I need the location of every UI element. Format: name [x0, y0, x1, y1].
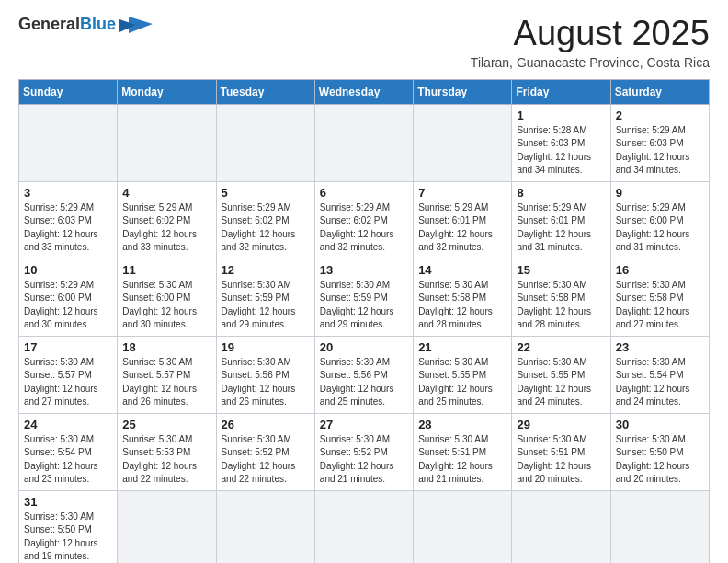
- calendar-title-area: August 2025 Tilaran, Guanacaste Province…: [471, 15, 710, 70]
- calendar-cell: [118, 490, 216, 563]
- calendar-cell: 5Sunrise: 5:29 AM Sunset: 6:02 PM Daylig…: [216, 181, 314, 259]
- day-info: Sunrise: 5:30 AM Sunset: 5:50 PM Dayligh…: [616, 433, 704, 487]
- day-info: Sunrise: 5:29 AM Sunset: 6:02 PM Dayligh…: [222, 201, 310, 255]
- calendar-cell: 15Sunrise: 5:30 AM Sunset: 5:58 PM Dayli…: [512, 259, 610, 336]
- day-info: Sunrise: 5:29 AM Sunset: 6:02 PM Dayligh…: [122, 201, 210, 255]
- calendar-cell: [118, 104, 216, 181]
- day-number: 30: [616, 418, 704, 431]
- day-number: 25: [122, 418, 210, 431]
- day-info: Sunrise: 5:30 AM Sunset: 5:57 PM Dayligh…: [24, 356, 112, 409]
- day-number: 22: [517, 340, 605, 354]
- calendar-title: August 2025: [471, 15, 710, 53]
- weekday-header: Saturday: [610, 79, 709, 104]
- calendar-cell: 21Sunrise: 5:30 AM Sunset: 5:55 PM Dayli…: [414, 336, 512, 413]
- calendar-cell: [216, 490, 314, 563]
- calendar-cell: 23Sunrise: 5:30 AM Sunset: 5:54 PM Dayli…: [610, 336, 709, 413]
- calendar-cell: 7Sunrise: 5:29 AM Sunset: 6:01 PM Daylig…: [414, 181, 512, 259]
- calendar-cell: 22Sunrise: 5:30 AM Sunset: 5:55 PM Dayli…: [512, 336, 610, 413]
- day-info: Sunrise: 5:30 AM Sunset: 5:57 PM Dayligh…: [122, 356, 210, 409]
- calendar-cell: 3Sunrise: 5:29 AM Sunset: 6:03 PM Daylig…: [19, 181, 118, 259]
- calendar-cell: [414, 490, 512, 563]
- logo: GeneralBlue: [18, 15, 153, 35]
- calendar-cell: 18Sunrise: 5:30 AM Sunset: 5:57 PM Dayli…: [118, 336, 216, 413]
- calendar-cell: 30Sunrise: 5:30 AM Sunset: 5:50 PM Dayli…: [610, 413, 709, 490]
- day-number: 2: [616, 109, 704, 122]
- calendar-cell: 25Sunrise: 5:30 AM Sunset: 5:53 PM Dayli…: [118, 413, 216, 490]
- day-info: Sunrise: 5:28 AM Sunset: 6:03 PM Dayligh…: [517, 124, 605, 178]
- day-number: 8: [517, 186, 605, 200]
- day-number: 10: [24, 263, 112, 277]
- calendar-cell: [216, 104, 314, 181]
- calendar-cell: 11Sunrise: 5:30 AM Sunset: 6:00 PM Dayli…: [118, 259, 216, 336]
- day-info: Sunrise: 5:30 AM Sunset: 5:58 PM Dayligh…: [418, 279, 506, 332]
- calendar-cell: 14Sunrise: 5:30 AM Sunset: 5:58 PM Dayli…: [414, 259, 512, 336]
- day-number: 13: [320, 263, 408, 277]
- calendar-cell: 12Sunrise: 5:30 AM Sunset: 5:59 PM Dayli…: [216, 259, 314, 336]
- calendar-cell: 24Sunrise: 5:30 AM Sunset: 5:54 PM Dayli…: [19, 413, 118, 490]
- day-number: 6: [320, 186, 408, 200]
- calendar-cell: 9Sunrise: 5:29 AM Sunset: 6:00 PM Daylig…: [610, 181, 709, 259]
- calendar-cell: 29Sunrise: 5:30 AM Sunset: 5:51 PM Dayli…: [512, 413, 610, 490]
- calendar-cell: 17Sunrise: 5:30 AM Sunset: 5:57 PM Dayli…: [19, 336, 118, 413]
- day-info: Sunrise: 5:30 AM Sunset: 5:58 PM Dayligh…: [517, 279, 605, 332]
- calendar-cell: 27Sunrise: 5:30 AM Sunset: 5:52 PM Dayli…: [314, 413, 413, 490]
- day-info: Sunrise: 5:29 AM Sunset: 6:03 PM Dayligh…: [24, 201, 112, 255]
- calendar-cell: [314, 490, 413, 563]
- calendar-cell: 4Sunrise: 5:29 AM Sunset: 6:02 PM Daylig…: [118, 181, 216, 259]
- day-info: Sunrise: 5:30 AM Sunset: 5:51 PM Dayligh…: [517, 433, 605, 487]
- day-info: Sunrise: 5:30 AM Sunset: 5:52 PM Dayligh…: [320, 433, 408, 487]
- calendar-cell: 2Sunrise: 5:29 AM Sunset: 6:03 PM Daylig…: [610, 104, 709, 181]
- day-number: 28: [418, 418, 506, 431]
- day-info: Sunrise: 5:29 AM Sunset: 6:02 PM Dayligh…: [320, 201, 408, 255]
- day-info: Sunrise: 5:30 AM Sunset: 5:54 PM Dayligh…: [24, 433, 112, 487]
- calendar-cell: [512, 490, 610, 563]
- day-info: Sunrise: 5:30 AM Sunset: 6:00 PM Dayligh…: [122, 279, 210, 332]
- calendar-cell: 1Sunrise: 5:28 AM Sunset: 6:03 PM Daylig…: [512, 104, 610, 181]
- calendar-cell: 26Sunrise: 5:30 AM Sunset: 5:52 PM Dayli…: [216, 413, 314, 490]
- day-info: Sunrise: 5:29 AM Sunset: 6:00 PM Dayligh…: [24, 279, 112, 332]
- calendar-table: SundayMondayTuesdayWednesdayThursdayFrid…: [18, 79, 710, 563]
- calendar-cell: 19Sunrise: 5:30 AM Sunset: 5:56 PM Dayli…: [216, 336, 314, 413]
- day-info: Sunrise: 5:30 AM Sunset: 5:52 PM Dayligh…: [222, 433, 310, 487]
- day-info: Sunrise: 5:30 AM Sunset: 5:50 PM Dayligh…: [24, 511, 112, 563]
- day-number: 29: [517, 418, 605, 431]
- weekday-header: Wednesday: [314, 79, 413, 104]
- calendar-cell: 8Sunrise: 5:29 AM Sunset: 6:01 PM Daylig…: [512, 181, 610, 259]
- calendar-cell: [414, 104, 512, 181]
- day-info: Sunrise: 5:30 AM Sunset: 5:56 PM Dayligh…: [320, 356, 408, 409]
- calendar-subtitle: Tilaran, Guanacaste Province, Costa Rica: [471, 55, 710, 70]
- day-number: 5: [222, 186, 310, 200]
- day-info: Sunrise: 5:30 AM Sunset: 5:59 PM Dayligh…: [320, 279, 408, 332]
- calendar-cell: 16Sunrise: 5:30 AM Sunset: 5:58 PM Dayli…: [610, 259, 709, 336]
- weekday-header: Monday: [118, 79, 216, 104]
- day-info: Sunrise: 5:29 AM Sunset: 6:01 PM Dayligh…: [418, 201, 506, 255]
- day-info: Sunrise: 5:30 AM Sunset: 5:55 PM Dayligh…: [517, 356, 605, 409]
- weekday-header: Sunday: [19, 79, 118, 104]
- day-number: 9: [616, 186, 704, 200]
- day-info: Sunrise: 5:30 AM Sunset: 5:59 PM Dayligh…: [222, 279, 310, 332]
- day-info: Sunrise: 5:29 AM Sunset: 6:01 PM Dayligh…: [517, 201, 605, 255]
- calendar-cell: 31Sunrise: 5:30 AM Sunset: 5:50 PM Dayli…: [19, 490, 118, 563]
- day-number: 21: [418, 340, 506, 354]
- day-number: 26: [222, 418, 310, 431]
- logo-text: GeneralBlue: [18, 16, 116, 34]
- page-header: GeneralBlue August 2025 Tilaran, Guanaca…: [18, 15, 710, 70]
- day-number: 14: [418, 263, 506, 277]
- day-number: 16: [616, 263, 704, 277]
- calendar-cell: 20Sunrise: 5:30 AM Sunset: 5:56 PM Dayli…: [314, 336, 413, 413]
- weekday-header: Tuesday: [216, 79, 314, 104]
- day-number: 27: [320, 418, 408, 431]
- day-number: 7: [418, 186, 506, 200]
- calendar-cell: 13Sunrise: 5:30 AM Sunset: 5:59 PM Dayli…: [314, 259, 413, 336]
- day-info: Sunrise: 5:30 AM Sunset: 5:54 PM Dayligh…: [616, 356, 704, 409]
- day-info: Sunrise: 5:30 AM Sunset: 5:55 PM Dayligh…: [418, 356, 506, 409]
- day-number: 3: [24, 186, 112, 200]
- calendar-cell: [610, 490, 709, 563]
- day-info: Sunrise: 5:29 AM Sunset: 6:03 PM Dayligh…: [616, 124, 704, 178]
- logo-icon: [119, 15, 153, 35]
- weekday-header: Thursday: [414, 79, 512, 104]
- day-number: 18: [122, 340, 210, 354]
- day-info: Sunrise: 5:30 AM Sunset: 5:53 PM Dayligh…: [122, 433, 210, 487]
- day-number: 11: [122, 263, 210, 277]
- day-number: 23: [616, 340, 704, 354]
